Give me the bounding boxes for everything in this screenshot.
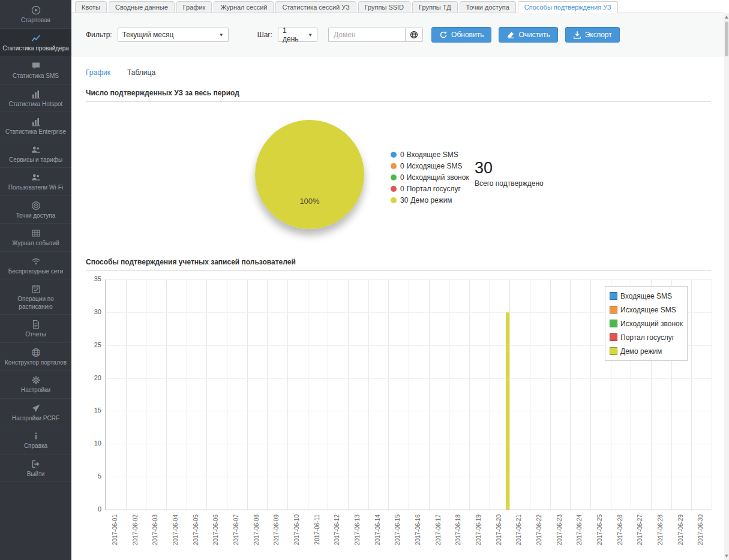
wifi-icon — [31, 257, 41, 266]
globe-icon — [31, 348, 41, 357]
rocket-icon — [31, 404, 41, 413]
subtab-1[interactable]: Таблица — [127, 68, 155, 77]
scroll-down-arrow[interactable] — [725, 555, 728, 558]
sidebar-item-15[interactable]: Справка — [0, 426, 71, 454]
top-tab-0[interactable]: Квоты — [75, 1, 107, 13]
bar-legend-item: Входящее SMS — [610, 289, 683, 303]
x-axis-label: 2017-06-10 — [293, 514, 301, 545]
top-tab-8[interactable]: Способы подтверждения УЗ — [518, 1, 618, 13]
pie-legend-item: 0Портал госуслуг — [391, 183, 469, 194]
filter-bar: Фильтр: Текущий месяц ▼ Шаг: 1 день ▼ Об… — [71, 13, 724, 56]
legend-color-dot — [391, 152, 397, 158]
line-chart-icon — [31, 34, 41, 43]
sidebar-item-16[interactable]: Выйти — [0, 454, 71, 483]
x-axis-label: 2017-06-08 — [253, 514, 260, 545]
export-button[interactable]: Экспорт — [565, 27, 620, 43]
domain-input[interactable] — [328, 28, 405, 42]
gridline-vertical — [429, 279, 430, 510]
top-tab-bar: КвотыСводные данныеГрафикЖурнал сессийСт… — [71, 0, 724, 13]
filter-label: Фильтр: — [86, 31, 112, 39]
logout-icon — [31, 459, 41, 469]
pie-legend-value: 0 — [400, 150, 404, 159]
sidebar-item-12[interactable]: Конструктор порталов — [0, 343, 71, 371]
x-axis-label: 2017-06-18 — [455, 514, 462, 545]
sidebar-item-label: Точки доступа — [1, 212, 70, 220]
filter-buttons: ОбновитьОчиститьЭкспорт — [431, 27, 627, 43]
sidebar-item-8[interactable]: Журнал событий — [0, 224, 71, 252]
top-tab-3[interactable]: Журнал сессий — [214, 1, 274, 13]
sidebar-item-0[interactable]: Стартовая — [0, 1, 71, 29]
pie-legend-label: Демо режим — [410, 196, 452, 204]
sidebar-item-3[interactable]: Статистика Hotspot — [0, 85, 71, 113]
gridline-vertical — [712, 279, 712, 510]
x-axis-label: 2017-06-06 — [212, 514, 220, 545]
sidebar-item-11[interactable]: Отчеты — [0, 315, 71, 343]
top-tab-label: Сводные данные — [115, 4, 168, 11]
subtab-0[interactable]: График — [86, 68, 110, 77]
top-tab-1[interactable]: Сводные данные — [109, 1, 175, 13]
legend-color-dot — [391, 163, 397, 169]
sidebar-item-13[interactable]: Настройки — [0, 371, 71, 399]
bar-legend-label: Исходящий звонок — [620, 320, 683, 328]
clear-button[interactable]: Очистить — [499, 27, 557, 43]
top-tab-5[interactable]: Группы SSID — [358, 1, 410, 13]
sidebar-item-9[interactable]: Беспроводные сети — [0, 252, 71, 280]
top-tab-4[interactable]: Статистика сессий УЗ — [275, 1, 356, 13]
sidebar-item-label: Журнал событий — [1, 240, 70, 248]
pie-legend-item: 0Входящее SMS — [391, 149, 469, 160]
bar-legend-item: Исходящий звонок — [610, 317, 683, 330]
bar-legend-item: Исходящее SMS — [610, 303, 683, 317]
sidebar-item-label: Сервисы и тарифы — [1, 156, 70, 164]
calendar-icon — [31, 284, 41, 294]
sidebar-item-6[interactable]: Пользователи Wi-Fi — [0, 168, 71, 196]
pie-legend-label: Исходящее SMS — [407, 162, 463, 170]
refresh-button[interactable]: Обновить — [431, 27, 491, 43]
caret-down-icon: ▼ — [308, 32, 313, 38]
period-select-value: Текущий месяц — [122, 31, 174, 39]
gridline-horizontal — [106, 378, 712, 379]
x-axis-label: 2017-06-30 — [697, 514, 704, 545]
scroll-up-arrow[interactable] — [725, 16, 728, 19]
step-select[interactable]: 1 день ▼ — [278, 28, 317, 42]
sidebar-item-2[interactable]: Статистика SMS — [0, 56, 71, 85]
sidebar-item-label: Пользователи Wi-Fi — [1, 184, 70, 192]
sidebar-item-1[interactable]: Статистика провайдера — [0, 29, 71, 57]
gridline-vertical — [308, 279, 308, 510]
users-icon — [31, 173, 41, 182]
export-icon — [573, 31, 581, 39]
x-axis-label: 2017-06-20 — [496, 514, 503, 545]
pie-legend-label: Портал госуслуг — [407, 185, 461, 193]
legend-color-dot — [391, 197, 397, 203]
gridline-vertical — [146, 279, 146, 510]
legend-color-dot — [391, 186, 397, 192]
x-axis-label: 2017-06-13 — [354, 514, 361, 545]
vertical-scrollbar[interactable] — [724, 13, 729, 560]
sidebar-item-7[interactable]: Точки доступа — [0, 196, 71, 224]
x-axis-label: 2017-06-16 — [415, 514, 422, 545]
users-icon — [31, 145, 41, 155]
play-icon — [31, 5, 41, 15]
top-tab-2[interactable]: График — [176, 1, 212, 13]
step-select-value: 1 день — [283, 26, 304, 43]
y-axis-label: 20 — [86, 374, 101, 381]
bar-legend-label: Портал госуслуг — [620, 333, 674, 342]
domain-globe-button[interactable] — [405, 28, 423, 42]
main-content: КвотыСводные данныеГрафикЖурнал сессийСт… — [71, 0, 724, 560]
top-tab-label: График — [183, 4, 206, 11]
x-axis-label: 2017-06-28 — [657, 514, 664, 545]
scrollbar-thumb[interactable] — [725, 22, 728, 56]
top-tab-7[interactable]: Точки доступа — [460, 1, 516, 13]
sidebar-item-label: Статистика SMS — [1, 73, 70, 80]
x-axis-label: 2017-06-27 — [637, 514, 644, 545]
top-tab-6[interactable]: Группы ТД — [412, 1, 458, 13]
pie-section: Число подтвержденных УЗ за весь период 1… — [86, 89, 711, 253]
sidebar-item-4[interactable]: Статистика Enterprise — [0, 112, 71, 140]
bar-section-title: Способы подтверждения учетных записей по… — [86, 258, 711, 271]
sidebar-item-14[interactable]: Настройки PCRF — [0, 399, 71, 427]
sidebar-item-5[interactable]: Сервисы и тарифы — [0, 140, 71, 168]
period-select[interactable]: Текущий месяц ▼ — [118, 28, 229, 42]
x-axis-label: 2017-06-01 — [112, 514, 119, 545]
sidebar-item-10[interactable]: Операции по расписанию — [0, 279, 71, 315]
gridline-vertical — [106, 279, 106, 510]
caret-down-icon: ▼ — [219, 32, 224, 38]
